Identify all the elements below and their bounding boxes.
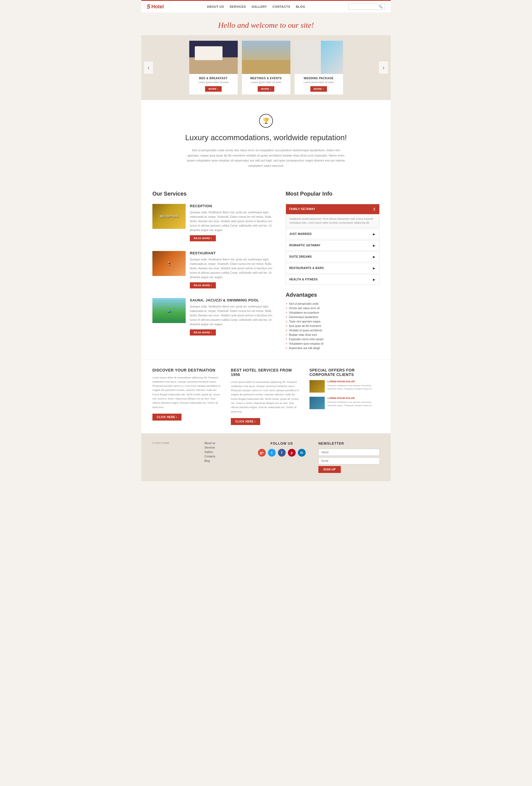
social-icons: g+ t f p in — [256, 449, 307, 457]
footer-link-gallery[interactable]: Gallery — [204, 450, 245, 454]
popular-item-3[interactable]: SUITE DREAMS ► — [286, 252, 379, 262]
main-nav: ABOUT US SERVICES GALLERY CONTACTS BLOG — [207, 5, 305, 8]
card-text-1: Lorem ipsum dolor sit amet — [245, 81, 287, 84]
luxury-title: Luxury accommodations, worldwide reputat… — [163, 133, 369, 142]
popular-label-4: RESTAURANTS & BARS — [289, 267, 324, 270]
discover-col: DISCOVER YOUR DESTINATION Lorem ipsum do… — [153, 368, 223, 425]
popular-body-0: Vestibulum iaculis lacinia lect. Proin d… — [286, 214, 379, 228]
footer-link-about[interactable]: About us — [204, 442, 245, 445]
service-pool: 🏊 SAUNA, JACUZZI & SWIMMING POOL Quisque… — [153, 298, 275, 336]
card-title-1: MEETINGS & EVENTS — [245, 77, 287, 80]
pool-image: 🏊 — [153, 298, 186, 323]
social-linkedin[interactable]: in — [298, 449, 306, 457]
newsletter-email-input[interactable] — [318, 457, 379, 464]
card-btn-1[interactable]: MORE — [258, 86, 274, 92]
advantage-7: >Beatae vitae dicta sunt — [286, 333, 379, 336]
popular-item-header-0[interactable]: FAMILY GETAWAY ⥯ — [286, 204, 379, 214]
service-restaurant: 🍷 RESTAURANT Quisque nulla. Vestibulum l… — [153, 251, 275, 288]
advantage-arrow-0: > — [286, 302, 287, 305]
welcome-title: Hello and welcome to our site! — [141, 21, 391, 30]
popular-item-header-5[interactable]: HEALTH & FITNESS ► — [286, 275, 379, 284]
advantage-2: >Voluptatem accusantium — [286, 311, 379, 314]
footer-link-contacts[interactable]: Contacts — [204, 455, 245, 458]
slider: ‹ BED & BREAKFAST Lorem ipsum dolor sit … — [141, 35, 391, 100]
slider-next[interactable]: › — [379, 62, 388, 74]
popular-arrow-1: ► — [372, 232, 376, 236]
advantage-1: >Omnis iste natus error sit — [286, 307, 379, 310]
newsletter-name-input[interactable] — [318, 449, 379, 456]
slider-cards: BED & BREAKFAST Lorem ipsum dolor sit am… — [158, 41, 374, 94]
discover-title: DISCOVER YOUR DESTINATION — [153, 368, 223, 372]
popular-label-1: JUST MARRIED — [289, 232, 312, 235]
card-body-2: WEDDING PACKAGE Lorem ipsum dolor sit am… — [295, 74, 343, 94]
nav-about[interactable]: ABOUT US — [207, 5, 224, 8]
signup-button[interactable]: SIGN UP — [318, 466, 341, 473]
popular-arrow-0: ⥯ — [373, 207, 376, 211]
special-item-0: LOREM IPSUM DOLOR Praesent vestibulum mo… — [309, 380, 379, 393]
advantage-8: >Explicabo nemo enim ipsam — [286, 338, 379, 341]
popular-item-header-1[interactable]: JUST MARRIED ► — [286, 229, 379, 239]
advantage-6: >Veritatis et quasi architecto — [286, 329, 379, 332]
special-content-0: LOREM IPSUM DOLOR Praesent vestibulum mo… — [327, 380, 379, 393]
restaurant-read-more[interactable]: READ MORE — [190, 282, 216, 288]
social-twitter[interactable]: t — [268, 449, 276, 457]
popular-label-2: ROMANTIC GETAWAY — [289, 244, 321, 247]
advantage-0: >Sed ut perspiciatis unde — [286, 302, 379, 305]
card-btn-2[interactable]: MORE — [310, 86, 327, 92]
newsletter-title: NEWSLETTER — [318, 442, 379, 445]
card-body-0: BED & BREAKFAST Lorem ipsum dolor sit am… — [189, 74, 238, 94]
advantage-arrow-6: > — [286, 329, 287, 332]
card-img-meeting — [242, 41, 291, 74]
special-col: SPECIAL OFFERS FOR CORPORATE CLIENTS LOR… — [309, 368, 379, 425]
restaurant-content: RESTAURANT Quisque nulla. Vestibulum lib… — [190, 251, 275, 288]
popular-arrow-2: ► — [372, 243, 376, 248]
slider-prev[interactable]: ‹ — [144, 62, 153, 74]
search-icon[interactable]: 🔍 — [378, 5, 383, 8]
popular-item-1[interactable]: JUST MARRIED ► — [286, 229, 379, 239]
popular-arrow-3: ► — [372, 255, 376, 259]
search-box: 🔍 — [348, 4, 385, 10]
logo: 5 Hotel — [147, 3, 164, 10]
pool-read-more[interactable]: READ MORE — [190, 329, 216, 336]
advantage-arrow-1: > — [286, 307, 287, 310]
popular-item-header-2[interactable]: ROMANTIC GETAWAY ► — [286, 240, 379, 251]
discover-click-here-btn[interactable]: CLICK HERE — [153, 414, 182, 421]
nav-gallery[interactable]: GALLERY — [252, 5, 267, 8]
footer-copyright: © 2013 5 Hotel — [153, 442, 193, 444]
advantage-arrow-3: > — [286, 316, 287, 319]
card-title-2: WEDDING PACKAGE — [297, 77, 340, 80]
advantage-4: >Toam rem aperiam eaque — [286, 320, 379, 323]
reception-image: RECEPTION — [153, 204, 186, 229]
special-img-0 — [309, 380, 325, 393]
popular-item-header-4[interactable]: RESTAURANTS & BARS ► — [286, 263, 379, 273]
advantage-text-6: Veritatis et quasi architecto — [289, 329, 322, 332]
popular-item-2[interactable]: ROMANTIC GETAWAY ► — [286, 240, 379, 251]
reception-read-more[interactable]: READ MORE — [190, 235, 216, 241]
search-input[interactable] — [351, 5, 378, 8]
restaurant-image: 🍷 — [153, 251, 186, 276]
popular-item-5[interactable]: HEALTH & FITNESS ► — [286, 274, 379, 285]
advantage-arrow-7: > — [286, 333, 287, 336]
best-hotel-click-here-btn[interactable]: CLICK HERE — [231, 418, 260, 425]
special-item-1: LOREM IPSUM DOLOR Praesent vestibulum mo… — [309, 397, 379, 409]
popular-column: Most Popular Info FAMILY GETAWAY ⥯ Vesti… — [286, 191, 379, 351]
advantage-text-2: Voluptatem accusantium — [289, 311, 319, 314]
advantages-title: Advantages — [286, 292, 379, 298]
reception-content: RECEPTION Quisque nulla. Vestibulum libe… — [190, 204, 275, 241]
advantage-9: >Voluptatem quia voluptas sit — [286, 342, 379, 345]
social-facebook[interactable]: f — [278, 449, 286, 457]
footer-link-services[interactable]: Services — [204, 446, 245, 449]
service-reception: RECEPTION RECEPTION Quisque nulla. Vesti… — [153, 204, 275, 241]
card-btn-0[interactable]: MORE — [205, 86, 222, 92]
popular-item-4[interactable]: RESTAURANTS & BARS ► — [286, 263, 379, 274]
slide-card-0: BED & BREAKFAST Lorem ipsum dolor sit am… — [189, 41, 238, 94]
nav-services[interactable]: SERVICES — [229, 5, 246, 8]
footer-link-blog[interactable]: Blog — [204, 459, 245, 462]
nav-contacts[interactable]: CONTACTS — [272, 5, 290, 8]
popular-item-header-3[interactable]: SUITE DREAMS ► — [286, 252, 379, 262]
social-pinterest[interactable]: p — [288, 449, 296, 457]
social-google[interactable]: g+ — [258, 449, 266, 457]
popular-item-0[interactable]: FAMILY GETAWAY ⥯ Vestibulum iaculis laci… — [286, 204, 379, 228]
popular-label-0: FAMILY GETAWAY — [289, 208, 315, 211]
nav-blog[interactable]: BLOG — [296, 5, 305, 8]
